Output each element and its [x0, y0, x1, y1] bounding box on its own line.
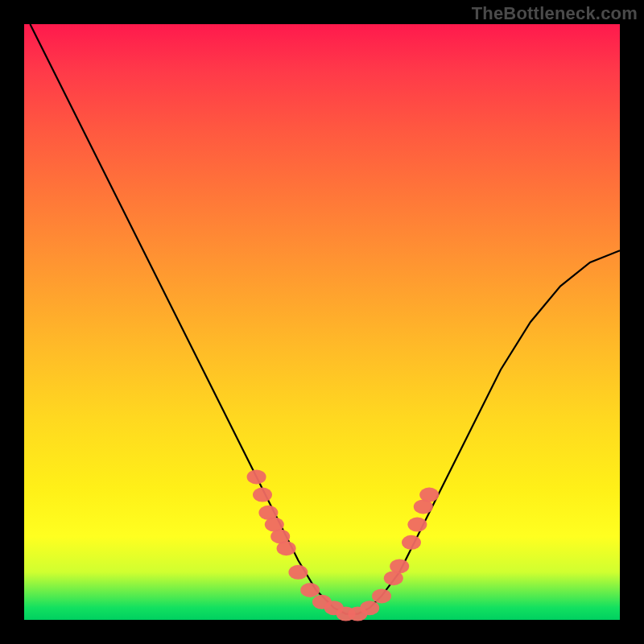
chart-frame: TheBottleneck.com — [0, 0, 644, 644]
highlight-marker — [390, 559, 409, 573]
highlight-marker — [372, 588, 391, 603]
highlight-marker — [300, 583, 320, 597]
curve-line — [30, 24, 620, 614]
highlight-markers — [247, 469, 440, 621]
highlight-marker — [407, 518, 427, 532]
watermark-text: TheBottleneck.com — [472, 3, 638, 24]
highlight-marker — [402, 535, 421, 550]
highlight-marker — [360, 601, 379, 615]
highlight-marker — [288, 565, 308, 580]
highlight-marker — [277, 541, 296, 555]
highlight-marker — [253, 488, 272, 502]
plot-area — [24, 24, 620, 620]
highlight-marker — [247, 469, 266, 484]
highlight-marker — [419, 488, 439, 502]
chart-svg — [24, 24, 620, 620]
